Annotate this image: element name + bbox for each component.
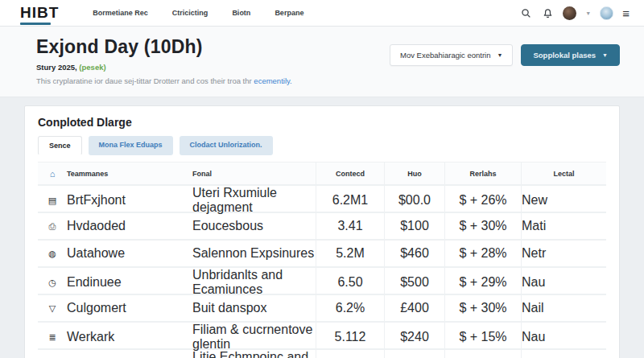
gain-badge: $ + 30% <box>459 301 506 315</box>
nav-item[interactable]: Ctricicting <box>172 9 208 17</box>
completed-card: Conploted Dlarge SenceMona Flex EduapsCl… <box>24 105 620 358</box>
user-avatar[interactable] <box>563 6 576 20</box>
column-rerlahs[interactable]: Rerlahs <box>444 163 521 184</box>
row-name: Buit danspox <box>192 301 267 315</box>
description-line: This cryplaratine ior daue sej-tittar Dr… <box>36 76 292 85</box>
nav-item[interactable]: Berpane <box>275 9 303 17</box>
row-huo: $100 <box>400 219 429 233</box>
row-huo: $00.0 <box>398 193 431 208</box>
column-lectal[interactable]: Lectal <box>521 163 606 184</box>
table-row[interactable]: ≣ Werkark Filiam & cucrnentove glentin 5… <box>38 323 606 350</box>
type-badge: Hvdaoded <box>67 219 126 232</box>
column-huo[interactable]: Huo <box>384 163 444 184</box>
tab-2[interactable]: Clodact Unlorization. <box>180 136 273 155</box>
row-badges: BrtFxjhont <box>67 193 126 208</box>
dollar-icon: $ <box>459 193 466 207</box>
row-name: Uteri Rxumiule dejagment <box>192 186 316 215</box>
bell-icon[interactable] <box>541 6 554 19</box>
dollar-icon: $ <box>459 301 466 315</box>
description-text: This cryplaratine ior daue sej-tittar Dr… <box>36 76 252 85</box>
column-contecd[interactable]: Contecd <box>316 163 384 184</box>
status-label: Netr <box>522 246 546 260</box>
row-badges: Endinuee <box>67 275 122 290</box>
gain-badge: $ + 29% <box>459 275 506 290</box>
gain-badge: $ + 28% <box>459 246 506 261</box>
clock-icon: ◷ <box>48 278 56 288</box>
caret-icon: ▼ <box>497 52 503 58</box>
status-label: Mati <box>522 219 546 232</box>
table-row[interactable]: ⎙ Hvdaoded Eoucesbous 3.41 $100 $ + 30% … <box>38 213 606 241</box>
row-huo: $460 <box>400 246 429 261</box>
table-body: ▤ BrtFxjhont Uteri Rxumiule dejagment 6.… <box>38 186 606 358</box>
date-line: Stury 2025, (pesek) <box>36 63 292 72</box>
tab-1[interactable]: Mona Flex Eduaps <box>89 136 173 155</box>
caret-icon: ▼ <box>602 52 608 58</box>
nav-links: Bormetiane RecCtricictingBiotnBerpane <box>93 9 303 17</box>
primary-action-button[interactable]: Sopplokal plases ▼ <box>521 44 620 66</box>
row-contecd: 6.2% <box>336 301 365 315</box>
search-icon[interactable] <box>519 6 532 19</box>
row-contecd: 6.50 <box>337 275 362 290</box>
status-label: Nau <box>522 330 545 344</box>
tab-0[interactable]: Sence <box>38 136 82 155</box>
top-navbar: HIBT Bormetiane RecCtricictingBiotnBerpa… <box>0 0 644 27</box>
row-contecd: 5.112 <box>335 330 366 344</box>
table-row[interactable]: ▤ BrtFxjhont Uteri Rxumiule dejagment 6.… <box>38 186 606 213</box>
chevron-down-icon[interactable]: ▼ <box>585 10 591 16</box>
table-row[interactable]: ◯ Vobohisr Litie Echmpoinc and Baueigmen… <box>38 350 606 358</box>
row-name: Salennon Expsinures <box>192 246 314 261</box>
card-tabs: SenceMona Flex EduapsClodact Unlorizatio… <box>38 136 606 155</box>
type-badge: Uatahowe <box>67 246 125 260</box>
globe-icon: ◍ <box>48 249 56 259</box>
dollar-icon: $ <box>459 219 466 232</box>
row-contecd: 6.2M1 <box>332 193 368 208</box>
table-row[interactable]: ◍ Uatahowe Salennon Expsinures 5.2M $460… <box>38 241 606 268</box>
status-label: Nail <box>522 301 544 315</box>
column-teammanes[interactable]: Teammanes <box>67 163 176 184</box>
gain-value: + 29% <box>470 275 507 289</box>
row-badges: Culgomert <box>67 301 126 315</box>
row-huo: $500 <box>400 275 429 290</box>
page-title: Exjond Day (10Dh) <box>36 36 292 58</box>
printer-icon: ⎙ <box>49 221 56 232</box>
type-badge: Culgomert <box>67 301 126 315</box>
dollar-icon: $ <box>459 330 466 344</box>
type-badge: Fxjhont <box>83 193 125 207</box>
status-label: New <box>522 193 547 207</box>
table-header: ⌂ Teammanes Fonal Contecd Huo Rerlahs Le… <box>38 162 606 186</box>
description-link[interactable]: ecementily. <box>254 76 291 85</box>
row-contecd: 3.41 <box>337 219 362 233</box>
card-title: Conploted Dlarge <box>38 116 606 129</box>
list-icon: ≣ <box>48 332 56 343</box>
dollar-icon: $ <box>459 275 466 289</box>
row-name: Unbridanlts and Ecamiunces <box>192 268 316 297</box>
secondary-avatar[interactable] <box>600 6 613 20</box>
row-badges: Uatahowe <box>67 246 125 261</box>
gain-badge: $ + 26% <box>459 193 506 208</box>
nav-item[interactable]: Bormetiane Rec <box>93 9 148 17</box>
row-name: Filiam & cucrnentove glentin <box>192 323 316 352</box>
menu-icon[interactable]: ≡ <box>622 7 630 19</box>
brand-logo[interactable]: HIBT <box>20 4 59 22</box>
row-huo: $240 <box>400 330 429 344</box>
chart-icon: ▤ <box>48 195 56 206</box>
gain-value: + 26% <box>470 193 507 207</box>
table-row[interactable]: ◷ Endinuee Unbridanlts and Ecamiunces 6.… <box>38 268 606 295</box>
row-name: Eoucesbous <box>192 219 263 233</box>
gain-value: + 30% <box>470 219 507 232</box>
type-badge: Werkark <box>67 330 114 344</box>
home-icon: ⌂ <box>50 169 56 179</box>
gain-badge: $ + 30% <box>459 219 506 233</box>
type-badge: Endinuee <box>67 275 122 289</box>
nav-item[interactable]: Biotn <box>232 9 250 17</box>
row-name: Litie Echmpoinc and Baueigment <box>192 350 316 358</box>
row-badges: Hvdaoded <box>67 219 126 233</box>
gain-value: + 15% <box>470 330 507 344</box>
column-fonal[interactable]: Fonal <box>176 163 316 184</box>
type-badge: Brt <box>67 193 83 207</box>
row-badges: Werkark <box>67 330 114 344</box>
table-row[interactable]: ▽ Culgomert Buit danspox 6.2% £400 $ + 3… <box>38 295 606 323</box>
page-header: Exjond Day (10Dh) Stury 2025, (pesek) Th… <box>0 27 644 97</box>
filter-dropdown[interactable]: Mov Exebahiaragic eontrin ▼ <box>390 44 513 66</box>
logo-accent-bar <box>20 23 51 25</box>
